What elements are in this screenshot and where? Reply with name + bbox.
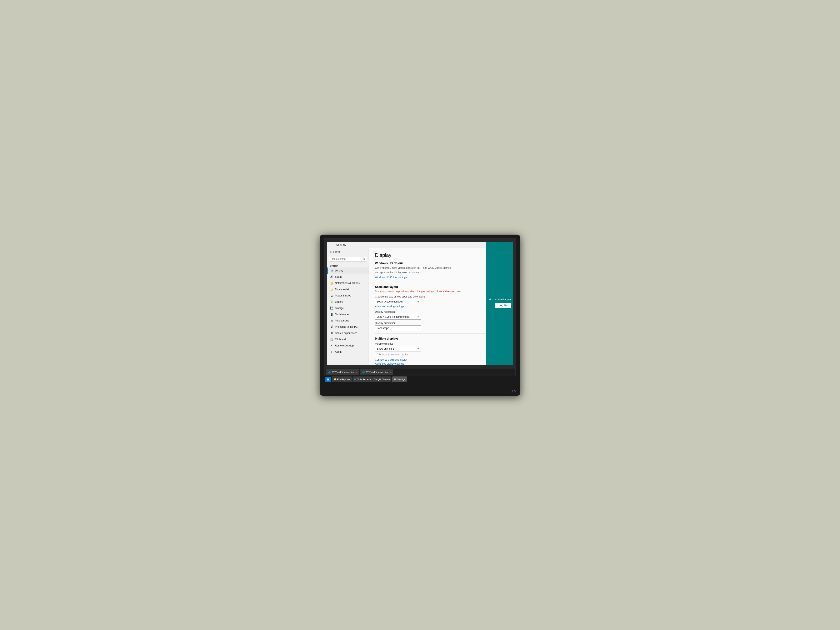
chrome-label: Citrix Receiver - Google Chrome bbox=[357, 378, 390, 381]
sound-icon: 🔊 bbox=[330, 275, 333, 278]
sidebar-multitasking-label: Multi-tasking bbox=[335, 319, 349, 322]
sidebar-item-projecting[interactable]: 📽 Projecting to this PC bbox=[327, 324, 368, 330]
start-icon: ⊞ bbox=[327, 378, 329, 381]
tab-1[interactable]: WGVuNzE5Udpbm...ica ✕ bbox=[326, 369, 359, 375]
search-icon: 🔍 bbox=[363, 257, 366, 261]
scale-dropdown[interactable]: 100% (Recommended) 125% 150% 175% bbox=[375, 299, 421, 305]
multitasking-icon: ⊞ bbox=[330, 319, 333, 322]
orientation-dropdown-wrapper: Landscape Portrait Landscape (flipped) P… bbox=[375, 325, 421, 331]
sidebar-battery-label: Battery bbox=[335, 300, 343, 303]
tablet-icon: 📱 bbox=[330, 313, 333, 316]
sidebar-power-label: Power & sleep bbox=[335, 294, 351, 297]
settings-label: Settings bbox=[397, 378, 405, 381]
sidebar: ⌂ Home 🔍 System 🖥 Display bbox=[327, 248, 369, 365]
search-input[interactable] bbox=[329, 256, 367, 262]
sidebar-item-clipboard[interactable]: 📋 Clipboard bbox=[327, 336, 368, 343]
sidebar-item-multitasking[interactable]: ⊞ Multi-tasking bbox=[327, 317, 368, 324]
display-icon: 🖥 bbox=[330, 269, 333, 272]
tab-row: WGVuNzE5Udpbm...ica ✕ WGVuNzE5Udpbm...ic… bbox=[325, 368, 515, 376]
tab2-close[interactable]: ✕ bbox=[390, 371, 391, 373]
back-button[interactable]: ← bbox=[330, 243, 334, 247]
resolution-dropdown-wrapper: 2560 × 1080 (Recommended) 1920 × 1080 12… bbox=[375, 314, 421, 320]
resolution-dropdown[interactable]: 2560 × 1080 (Recommended) 1920 × 1080 12… bbox=[375, 314, 421, 320]
sidebar-item-storage[interactable]: 💾 Storage bbox=[327, 305, 368, 311]
advanced-scaling-link[interactable]: Advanced scaling settings bbox=[375, 305, 404, 308]
sidebar-focus-label: Focus assist bbox=[335, 288, 349, 291]
sidebar-clipboard-label: Clipboard bbox=[335, 338, 346, 341]
sidebar-remote-label: Remote Desktop bbox=[335, 344, 354, 347]
storage-icon: 💾 bbox=[330, 306, 333, 310]
sidebar-item-battery[interactable]: 🔋 Battery bbox=[327, 299, 368, 305]
sidebar-item-about[interactable]: ℹ About bbox=[327, 349, 368, 355]
title-bar: ← Settings – □ ✕ bbox=[327, 242, 513, 248]
sidebar-item-display[interactable]: 🖥 Display bbox=[327, 267, 368, 274]
sidebar-item-sound[interactable]: 🔊 Sound bbox=[327, 274, 368, 280]
connect-wireless-link[interactable]: Connect to a wireless display bbox=[375, 358, 407, 361]
sidebar-notifications-label: Notifications & actions bbox=[335, 282, 360, 284]
file-explorer-label: File Explorer bbox=[337, 378, 350, 381]
displays-dropdown[interactable]: Show only on 2 Duplicate these displays … bbox=[375, 346, 421, 352]
taskbar-chrome[interactable]: G Citrix Receiver - Google Chrome bbox=[352, 376, 392, 382]
teal-session-bar: sion has timed out du Log On bbox=[486, 242, 513, 365]
tab1-close[interactable]: ✕ bbox=[355, 371, 357, 373]
settings-window: ← Settings – □ ✕ ⌂ bbox=[327, 242, 513, 365]
notifications-icon: 🔔 bbox=[330, 281, 333, 285]
focus-icon: 🌙 bbox=[330, 288, 333, 291]
advanced-display-link[interactable]: Advanced display settings bbox=[375, 362, 404, 365]
shared-icon: ✖ bbox=[330, 332, 333, 335]
window-title: Settings bbox=[336, 243, 346, 246]
file-explorer-icon: 📁 bbox=[333, 378, 336, 381]
tab-2[interactable]: WGVuNzE5Udpbm...ica ✕ bbox=[360, 369, 393, 375]
tab1-icon bbox=[328, 371, 331, 374]
sidebar-item-tablet[interactable]: 📱 Tablet mode bbox=[327, 311, 368, 317]
main-display-checkbox[interactable] bbox=[375, 353, 378, 356]
start-button[interactable]: ⊞ bbox=[325, 377, 331, 382]
tab2-label: WGVuNzE5Udpbm...ica bbox=[366, 371, 388, 373]
sidebar-sound-label: Sound bbox=[335, 275, 342, 278]
title-bar-left: ← Settings bbox=[330, 243, 346, 247]
sidebar-item-notifications[interactable]: 🔔 Notifications & actions bbox=[327, 280, 368, 286]
main-display-label: Make this my main display bbox=[379, 353, 409, 356]
log-on-button[interactable]: Log On bbox=[496, 303, 511, 308]
home-icon: ⌂ bbox=[330, 250, 332, 253]
hd-colour-link[interactable]: Windows HD Colour settings bbox=[375, 276, 407, 279]
lg-logo: LG bbox=[512, 390, 516, 393]
chrome-icon: G bbox=[354, 378, 356, 381]
taskbar: ⊞ 📁 File Explorer G Citrix Receiver - Go… bbox=[324, 376, 516, 383]
clipboard-icon: 📋 bbox=[330, 338, 333, 341]
sidebar-item-power[interactable]: ⏻ Power & sleep bbox=[327, 292, 368, 299]
settings-icon: ⚙ bbox=[394, 378, 396, 381]
scale-dropdown-wrapper: 100% (Recommended) 125% 150% 175% ▼ bbox=[375, 299, 421, 305]
about-icon: ℹ bbox=[330, 350, 333, 354]
remote-icon: ✖ bbox=[330, 344, 333, 347]
sidebar-item-home[interactable]: ⌂ Home bbox=[327, 248, 368, 256]
power-icon: ⏻ bbox=[330, 294, 333, 297]
sidebar-projecting-label: Projecting to this PC bbox=[335, 325, 358, 328]
sidebar-about-label: About bbox=[335, 351, 341, 353]
displays-dropdown-wrapper: Show only on 2 Duplicate these displays … bbox=[375, 346, 421, 352]
taskbar-settings[interactable]: ⚙ Settings bbox=[392, 376, 407, 382]
sidebar-display-label: Display bbox=[335, 269, 343, 272]
tab1-label: WGVuNzE5Udpbm...ica bbox=[332, 371, 354, 373]
tab2-icon bbox=[362, 371, 365, 374]
projecting-icon: 📽 bbox=[330, 325, 333, 328]
sidebar-search-container: 🔍 bbox=[329, 256, 367, 262]
orientation-dropdown[interactable]: Landscape Portrait Landscape (flipped) P… bbox=[375, 325, 421, 331]
sidebar-item-focus[interactable]: 🌙 Focus assist bbox=[327, 286, 368, 292]
system-section-label: System bbox=[327, 263, 368, 267]
sidebar-storage-label: Storage bbox=[335, 307, 344, 309]
home-label: Home bbox=[333, 250, 341, 253]
sidebar-shared-label: Shared experiences bbox=[335, 332, 357, 335]
sidebar-item-remote[interactable]: ✖ Remote Desktop bbox=[327, 343, 368, 349]
settings-body: ⌂ Home 🔍 System 🖥 Display bbox=[327, 248, 513, 365]
session-timeout-text: sion has timed out du bbox=[489, 298, 511, 301]
sidebar-tablet-label: Tablet mode bbox=[335, 313, 349, 316]
sidebar-item-shared[interactable]: ✖ Shared experiences bbox=[327, 330, 368, 336]
taskbar-file-explorer[interactable]: 📁 File Explorer bbox=[332, 376, 352, 382]
battery-icon: 🔋 bbox=[330, 300, 333, 303]
monitor: ← Settings – □ ✕ ⌂ bbox=[320, 235, 520, 396]
